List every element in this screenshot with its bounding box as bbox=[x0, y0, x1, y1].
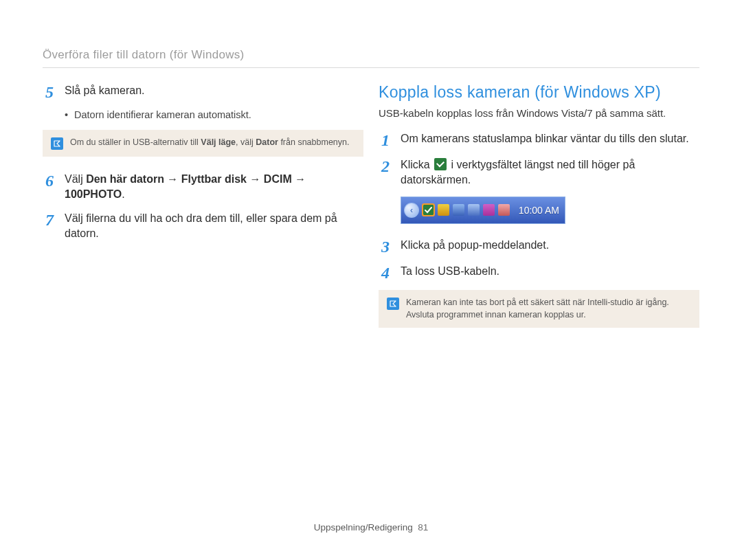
step-5-bullets: Datorn identifierar kameran automatiskt. bbox=[65, 109, 363, 120]
section-title: Koppla loss kameran (för Windows XP) bbox=[379, 83, 699, 102]
tray-icon-misc bbox=[498, 204, 510, 216]
tray-clock: 10:00 AM bbox=[519, 205, 559, 216]
step-2: 2 Klicka i verktygsfältet längst ned til… bbox=[379, 157, 699, 188]
tray-icon-monitor bbox=[468, 204, 480, 216]
step-number: 7 bbox=[43, 211, 56, 229]
tray-icon-network bbox=[453, 204, 464, 216]
safely-remove-hardware-icon bbox=[434, 158, 447, 170]
step-3: 3 Klicka på popup-meddelandet. bbox=[379, 238, 699, 256]
right-column: Koppla loss kameran (för Windows XP) USB… bbox=[379, 83, 699, 343]
breadcrumb: Överföra filer till datorn (för Windows) bbox=[43, 48, 699, 62]
tray-expand-icon: ‹ bbox=[404, 203, 419, 218]
tray-icon-volume bbox=[483, 204, 495, 216]
page-number: 81 bbox=[418, 522, 428, 533]
step-text: Välj filerna du vill ha och dra dem till… bbox=[65, 211, 363, 241]
note-box-left: Om du ställer in USB-alternativ till Väl… bbox=[43, 130, 363, 157]
step-number: 4 bbox=[379, 264, 392, 282]
divider bbox=[43, 67, 699, 68]
footer-section: Uppspelning/Redigering bbox=[314, 522, 413, 533]
note-text: Kameran kan inte tas bort på ett säkert … bbox=[406, 297, 691, 321]
tray-icon-shield bbox=[438, 204, 449, 216]
bullet-item: Datorn identifierar kameran automatiskt. bbox=[65, 109, 363, 120]
step-number: 3 bbox=[379, 238, 392, 256]
step-text: Klicka i verktygsfältet längst ned till … bbox=[401, 157, 699, 188]
step-text: Ta loss USB-kabeln. bbox=[401, 264, 499, 279]
step-6: 6 Välj Den här datorn → Flyttbar disk → … bbox=[43, 172, 363, 202]
note-icon bbox=[51, 137, 63, 150]
step-7: 7 Välj filerna du vill ha och dra dem ti… bbox=[43, 211, 363, 241]
step-text: Slå på kameran. bbox=[65, 83, 145, 98]
step-number: 6 bbox=[43, 172, 56, 190]
page-footer: Uppspelning/Redigering 81 bbox=[0, 522, 742, 533]
note-box-right: Kameran kan inte tas bort på ett säkert … bbox=[379, 290, 699, 328]
left-column: 5 Slå på kameran. Datorn identifierar ka… bbox=[43, 83, 363, 343]
section-subnote: USB-kabeln kopplas loss från Windows Vis… bbox=[379, 107, 699, 119]
step-1: 1 Om kamerans statuslampa blinkar väntar… bbox=[379, 131, 699, 149]
step-4: 4 Ta loss USB-kabeln. bbox=[379, 264, 699, 282]
content-columns: 5 Slå på kameran. Datorn identifierar ka… bbox=[43, 83, 699, 343]
step-5: 5 Slå på kameran. bbox=[43, 83, 363, 101]
note-text: Om du ställer in USB-alternativ till Väl… bbox=[70, 137, 349, 149]
step-text: Klicka på popup-meddelandet. bbox=[401, 238, 549, 253]
step-number: 2 bbox=[379, 157, 392, 175]
windows-xp-tray-illustration: ‹ 10:00 AM bbox=[401, 197, 565, 224]
tray-icon-safely-remove-hardware bbox=[423, 204, 434, 216]
step-number: 5 bbox=[43, 83, 56, 101]
manual-page: Överföra filer till datorn (för Windows)… bbox=[0, 0, 742, 560]
step-number: 1 bbox=[379, 131, 392, 149]
step-text: Välj Den här datorn → Flyttbar disk → DC… bbox=[65, 172, 363, 202]
step-text: Om kamerans statuslampa blinkar väntar d… bbox=[401, 131, 689, 146]
note-icon bbox=[387, 298, 399, 310]
